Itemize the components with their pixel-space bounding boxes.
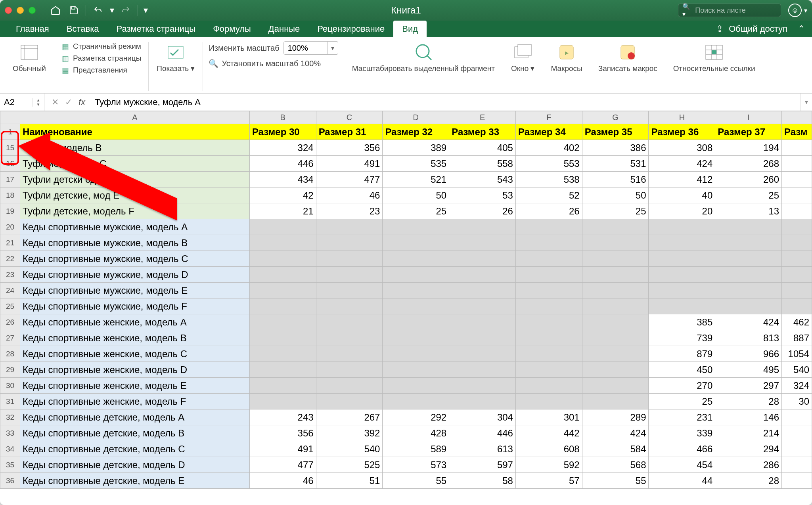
cell[interactable] xyxy=(316,235,383,251)
cell[interactable] xyxy=(782,473,812,489)
cell[interactable] xyxy=(582,378,649,394)
cell[interactable]: 538 xyxy=(515,172,582,187)
cell[interactable]: Размер 32 xyxy=(383,124,449,140)
cell[interactable] xyxy=(316,283,383,298)
cell[interactable]: Туфли детские, мод E xyxy=(20,187,249,203)
row-header[interactable]: 15 xyxy=(0,140,20,156)
row-header[interactable]: 16 xyxy=(0,156,20,172)
cell[interactable]: 194 xyxy=(715,140,782,156)
zoom-dropdown-icon[interactable]: ▾ xyxy=(327,42,338,54)
column-header[interactable] xyxy=(782,111,812,124)
cell[interactable] xyxy=(249,235,316,251)
cell[interactable]: 25 xyxy=(715,187,782,203)
cell[interactable] xyxy=(782,298,812,314)
cell[interactable] xyxy=(449,235,516,251)
tab-данные[interactable]: Данные xyxy=(260,21,308,37)
cell[interactable] xyxy=(449,283,516,298)
cell[interactable] xyxy=(782,441,812,457)
cell[interactable] xyxy=(383,346,449,362)
row-header[interactable]: 34 xyxy=(0,441,20,457)
cell[interactable] xyxy=(582,298,649,314)
tab-главная[interactable]: Главная xyxy=(7,21,58,37)
cell[interactable]: 887 xyxy=(782,330,812,346)
cell[interactable]: 466 xyxy=(649,441,715,457)
cell[interactable] xyxy=(782,457,812,473)
cell[interactable]: 434 xyxy=(249,172,316,187)
cell[interactable]: 289 xyxy=(582,409,649,425)
cell[interactable] xyxy=(383,235,449,251)
cell[interactable]: 13 xyxy=(715,203,782,219)
cell[interactable] xyxy=(582,346,649,362)
cell[interactable] xyxy=(449,267,516,283)
cell[interactable]: 339 xyxy=(649,425,715,441)
cell[interactable]: 495 xyxy=(715,362,782,378)
feedback-dropdown-icon[interactable]: ▾ xyxy=(804,7,807,14)
cell[interactable] xyxy=(515,378,582,394)
cell[interactable]: Размер 37 xyxy=(715,124,782,140)
row-header[interactable]: 36 xyxy=(0,473,20,489)
cell[interactable]: 450 xyxy=(649,362,715,378)
custom-views-button[interactable]: ▤Представления xyxy=(59,65,143,75)
column-header[interactable]: A xyxy=(20,111,249,124)
cell[interactable]: 385 xyxy=(649,314,715,330)
cell[interactable]: 739 xyxy=(649,330,715,346)
cell[interactable]: Кеды спортивные мужские, модель B xyxy=(20,235,249,251)
cell[interactable]: Размер 31 xyxy=(316,124,383,140)
cell[interactable]: 297 xyxy=(715,378,782,394)
feedback-icon[interactable]: ☺ xyxy=(788,4,802,17)
column-header[interactable]: E xyxy=(449,111,516,124)
cell[interactable] xyxy=(449,330,516,346)
cell[interactable] xyxy=(649,219,715,235)
cell[interactable] xyxy=(782,235,812,251)
cell[interactable] xyxy=(449,219,516,235)
cell[interactable]: 51 xyxy=(316,473,383,489)
cell[interactable]: 966 xyxy=(715,346,782,362)
row-header[interactable]: 29 xyxy=(0,362,20,378)
row-header[interactable]: 20 xyxy=(0,219,20,235)
fx-icon[interactable]: fx xyxy=(79,97,85,107)
tab-вставка[interactable]: Вставка xyxy=(58,21,108,37)
namebox-up-icon[interactable]: ▲ xyxy=(33,98,44,102)
cell[interactable]: 28 xyxy=(715,473,782,489)
tab-формулы[interactable]: Формулы xyxy=(204,21,260,37)
cell[interactable] xyxy=(715,267,782,283)
minimize-window-button[interactable] xyxy=(17,7,24,14)
spreadsheet-grid[interactable]: ABCDEFGHI1НаименованиеРазмер 30Размер 31… xyxy=(0,111,812,505)
cell[interactable]: 55 xyxy=(582,473,649,489)
cell[interactable]: 25 xyxy=(582,203,649,219)
cell[interactable] xyxy=(249,267,316,283)
column-header[interactable]: I xyxy=(715,111,782,124)
save-icon[interactable] xyxy=(66,3,82,17)
cell[interactable]: Кеды спортивные женские, модель E xyxy=(20,378,249,394)
cell[interactable] xyxy=(316,298,383,314)
cell[interactable] xyxy=(515,394,582,409)
cell[interactable] xyxy=(316,346,383,362)
cell[interactable] xyxy=(449,362,516,378)
cell[interactable]: 356 xyxy=(316,140,383,156)
undo-icon[interactable] xyxy=(90,3,106,17)
cell[interactable] xyxy=(249,219,316,235)
cell[interactable]: 286 xyxy=(715,457,782,473)
cell[interactable]: 392 xyxy=(316,425,383,441)
cell[interactable] xyxy=(649,283,715,298)
cell[interactable] xyxy=(715,219,782,235)
cell[interactable] xyxy=(383,330,449,346)
cell[interactable]: 268 xyxy=(715,156,782,172)
cell[interactable] xyxy=(649,235,715,251)
cell[interactable]: 58 xyxy=(449,473,516,489)
cell[interactable]: 454 xyxy=(649,457,715,473)
qat-customize-icon[interactable]: ▾ xyxy=(142,3,149,17)
cell[interactable]: Разм xyxy=(782,124,812,140)
tab-разметка-страницы[interactable]: Разметка страницы xyxy=(108,21,205,37)
cell[interactable]: 301 xyxy=(515,409,582,425)
cell[interactable] xyxy=(649,298,715,314)
cell[interactable]: Кеды спортивные женские, модель F xyxy=(20,394,249,409)
cell[interactable] xyxy=(383,219,449,235)
zoom-input[interactable] xyxy=(284,42,327,54)
close-window-button[interactable] xyxy=(5,7,12,14)
cell[interactable]: 214 xyxy=(715,425,782,441)
cell[interactable]: Кеды спортивные детские, модель D xyxy=(20,457,249,473)
row-header[interactable]: 32 xyxy=(0,409,20,425)
row-header[interactable]: 31 xyxy=(0,394,20,409)
cell[interactable] xyxy=(582,330,649,346)
